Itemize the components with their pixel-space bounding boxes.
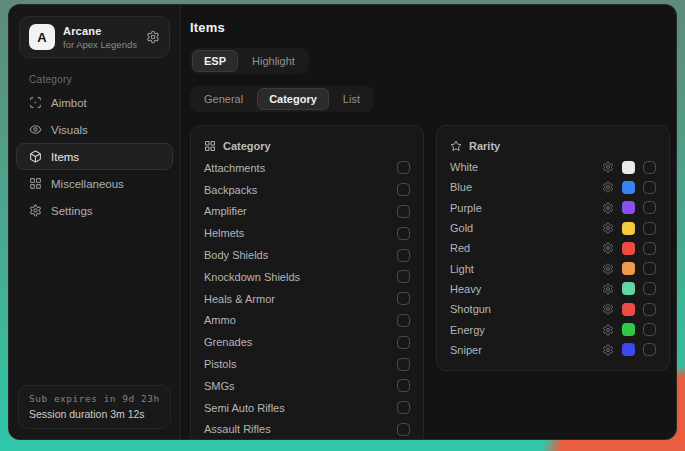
session-duration-text: Session duration 3m 12s: [29, 408, 160, 420]
checkbox[interactable]: [643, 262, 656, 275]
grid-icon: [29, 177, 42, 190]
rarity-row: White: [450, 157, 656, 177]
category-row: Amplifier: [204, 201, 410, 223]
color-swatch[interactable]: [622, 282, 635, 295]
sub-expires-text: Sub expires in 9d 23h: [29, 393, 160, 404]
checkbox[interactable]: [397, 336, 410, 349]
category-row: Backpacks: [204, 179, 410, 201]
category-label: Pistols: [204, 358, 236, 370]
checkbox[interactable]: [643, 222, 656, 235]
sidebar-item-visuals[interactable]: Visuals: [16, 116, 173, 143]
sidebar-section-label: Category: [29, 74, 180, 85]
checkbox[interactable]: [397, 205, 410, 218]
checkbox[interactable]: [643, 242, 656, 255]
color-swatch[interactable]: [622, 181, 635, 194]
checkbox[interactable]: [397, 423, 410, 436]
sidebar-item-items[interactable]: Items: [16, 143, 173, 170]
sidebar-nav: Aimbot Visuals Items Miscellaneous: [9, 89, 180, 224]
app-window: A Arcane for Apex Legends Category Aimbo…: [8, 4, 677, 440]
eye-icon: [29, 123, 42, 136]
rarity-row: Purple: [450, 198, 656, 218]
rarity-row: Blue: [450, 177, 656, 197]
color-swatch[interactable]: [622, 242, 635, 255]
sidebar-item-label: Visuals: [51, 124, 88, 136]
checkbox[interactable]: [643, 181, 656, 194]
sidebar-item-settings[interactable]: Settings: [16, 197, 173, 224]
rarity-row: Gold: [450, 218, 656, 238]
category-label: Semi Auto Rifles: [204, 402, 285, 414]
gear-icon[interactable]: [602, 222, 614, 234]
category-row: Knockdown Shields: [204, 266, 410, 288]
mode-toggle-group: ESP Highlight: [190, 48, 309, 74]
rarity-label: Heavy: [450, 283, 481, 295]
color-swatch[interactable]: [622, 303, 635, 316]
sidebar: A Arcane for Apex Legends Category Aimbo…: [9, 5, 181, 439]
color-swatch[interactable]: [622, 343, 635, 356]
tab-category[interactable]: Category: [257, 88, 329, 110]
gear-icon[interactable]: [146, 30, 160, 44]
sidebar-item-label: Settings: [51, 205, 93, 217]
checkbox[interactable]: [643, 161, 656, 174]
sidebar-item-label: Items: [51, 151, 79, 163]
checkbox[interactable]: [397, 292, 410, 305]
category-label: SMGs: [204, 380, 235, 392]
color-swatch[interactable]: [622, 323, 635, 336]
gear-icon[interactable]: [602, 263, 614, 275]
checkbox[interactable]: [397, 314, 410, 327]
rarity-panel-title: Rarity: [469, 140, 500, 152]
sidebar-item-miscellaneous[interactable]: Miscellaneous: [16, 170, 173, 197]
gear-icon[interactable]: [602, 202, 614, 214]
checkbox[interactable]: [643, 282, 656, 295]
gear-icon[interactable]: [602, 324, 614, 336]
category-row: SMGs: [204, 375, 410, 397]
checkbox[interactable]: [643, 343, 656, 356]
checkbox[interactable]: [397, 379, 410, 392]
gear-icon[interactable]: [602, 161, 614, 173]
gear-icon[interactable]: [602, 303, 614, 315]
gear-icon[interactable]: [602, 283, 614, 295]
category-row: Helmets: [204, 222, 410, 244]
gear-icon[interactable]: [602, 344, 614, 356]
main-content: Items ESP Highlight General Category Lis…: [181, 5, 676, 439]
category-panel: Category Attachments Backpacks Amplifier…: [190, 125, 424, 439]
rarity-row: Energy: [450, 319, 656, 339]
checkbox[interactable]: [643, 303, 656, 316]
sidebar-item-label: Aimbot: [51, 97, 87, 109]
sidebar-item-aimbot[interactable]: Aimbot: [16, 89, 173, 116]
crosshair-icon: [29, 96, 42, 109]
tab-list[interactable]: List: [331, 88, 372, 110]
category-row: Semi Auto Rifles: [204, 397, 410, 419]
checkbox[interactable]: [397, 183, 410, 196]
tab-general[interactable]: General: [192, 88, 255, 110]
gear-icon[interactable]: [602, 181, 614, 193]
checkbox[interactable]: [397, 358, 410, 371]
rarity-row: Sniper: [450, 340, 656, 360]
grid-icon: [204, 140, 216, 152]
checkbox[interactable]: [397, 249, 410, 262]
category-label: Helmets: [204, 227, 244, 239]
color-swatch[interactable]: [622, 161, 635, 174]
rarity-row: Heavy: [450, 279, 656, 299]
gear-icon[interactable]: [602, 242, 614, 254]
star-icon: [450, 140, 462, 152]
tabs-group: General Category List: [190, 86, 374, 112]
rarity-label: Purple: [450, 202, 482, 214]
category-row: Assault Rifles: [204, 419, 410, 439]
checkbox[interactable]: [397, 227, 410, 240]
rarity-label: White: [450, 161, 478, 173]
color-swatch[interactable]: [622, 201, 635, 214]
category-label: Knockdown Shields: [204, 271, 300, 283]
color-swatch[interactable]: [622, 262, 635, 275]
checkbox[interactable]: [397, 270, 410, 283]
checkbox[interactable]: [397, 161, 410, 174]
toggle-highlight[interactable]: Highlight: [240, 50, 307, 72]
checkbox[interactable]: [643, 323, 656, 336]
category-label: Heals & Armor: [204, 293, 275, 305]
rarity-label: Red: [450, 242, 470, 254]
checkbox[interactable]: [643, 201, 656, 214]
toggle-esp[interactable]: ESP: [192, 50, 238, 72]
app-logo: A: [29, 24, 55, 50]
checkbox[interactable]: [397, 401, 410, 414]
color-swatch[interactable]: [622, 222, 635, 235]
rarity-label: Sniper: [450, 344, 482, 356]
